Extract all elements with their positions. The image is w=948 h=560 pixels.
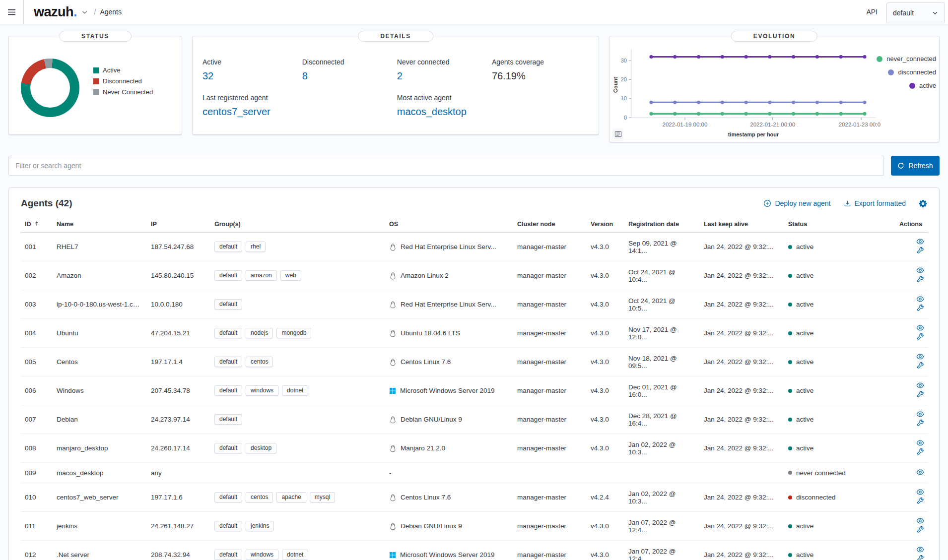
table-row[interactable]: 010centos7_web_server197.17.1.6defaultce… [21, 483, 928, 512]
group-chip[interactable]: default [214, 328, 242, 338]
svg-text:30: 30 [621, 58, 627, 63]
configure-agent-wrench-icon[interactable] [917, 526, 924, 534]
table-row[interactable]: 009macos_desktopany-never connected [21, 463, 928, 483]
column-header-registration[interactable]: Registration date [624, 217, 700, 233]
cell-version: v4.3.0 [587, 434, 624, 463]
column-header-version[interactable]: Version [587, 217, 624, 233]
view-agent-eye-icon[interactable] [916, 410, 924, 418]
configure-agent-wrench-icon[interactable] [917, 362, 924, 370]
group-chip[interactable]: nodejs [246, 328, 273, 338]
last-registered-agent-link[interactable]: centos7_server [203, 106, 302, 118]
deploy-new-agent-button[interactable]: Deploy new agent [763, 199, 830, 207]
stat-label: Agents coverage [492, 58, 587, 66]
menu-hamburger-icon[interactable] [0, 0, 24, 24]
group-chip[interactable]: windows [246, 550, 278, 560]
view-agent-eye-icon[interactable] [916, 238, 924, 246]
group-chip[interactable]: default [214, 414, 242, 425]
group-chip[interactable]: rhel [246, 242, 266, 252]
view-agent-eye-icon[interactable] [916, 439, 924, 447]
wazuh-logo[interactable]: wazuh. [34, 4, 88, 20]
cell-registration-date: Jan 02, 2022 @ 10:3... [624, 434, 700, 463]
column-header-status[interactable]: Status [784, 217, 895, 233]
group-chip[interactable]: desktop [246, 443, 276, 453]
export-formatted-button[interactable]: Export formatted [844, 199, 906, 207]
configure-agent-wrench-icon[interactable] [917, 305, 924, 312]
refresh-button[interactable]: Refresh [891, 156, 940, 176]
group-chip[interactable]: apache [276, 492, 306, 502]
breadcrumb[interactable]: Agents [100, 8, 122, 16]
configure-agent-wrench-icon[interactable] [917, 498, 924, 505]
table-row[interactable]: 003ip-10-0-0-180.us-west-1.comput...10.0… [21, 290, 928, 319]
group-chip[interactable]: mongodb [276, 328, 311, 338]
view-agent-eye-icon[interactable] [916, 488, 924, 496]
cell-os: Microsoft Windows Server 2019 [385, 541, 513, 560]
table-row[interactable]: 006Windows207.45.34.78defaultwindowsdotn… [21, 376, 928, 405]
group-chip[interactable]: default [214, 357, 242, 367]
api-select[interactable]: default [886, 2, 945, 23]
group-chip[interactable]: default [214, 299, 242, 310]
group-chip[interactable]: mysql [310, 492, 335, 502]
cell-groups: defaultwindowsdotnet [210, 376, 385, 405]
group-chip[interactable]: default [214, 242, 242, 252]
evolution-legend-item[interactable]: active [909, 82, 936, 89]
most-active-agent-link[interactable]: macos_desktop [397, 106, 492, 118]
group-chip[interactable]: dotnet [282, 385, 308, 396]
configure-agent-wrench-icon[interactable] [917, 448, 924, 456]
evolution-legend-item[interactable]: disconnected [888, 68, 936, 76]
group-chip[interactable]: windows [246, 385, 278, 396]
column-header-keepalive[interactable]: Last keep alive [700, 217, 784, 233]
group-chip[interactable]: jenkins [246, 521, 274, 531]
column-header-cluster[interactable]: Cluster node [513, 217, 587, 233]
column-header-name[interactable]: Name [53, 217, 147, 233]
group-chip[interactable]: default [214, 550, 242, 560]
configure-agent-wrench-icon[interactable] [917, 276, 924, 283]
cell-registration-date: Jan 07, 2022 @ 12:4... [624, 541, 700, 560]
configure-agent-wrench-icon[interactable] [917, 555, 924, 560]
configure-agent-wrench-icon[interactable] [917, 420, 924, 427]
table-row[interactable]: 002Amazon145.80.240.15defaultamazonwebAm… [21, 261, 928, 290]
group-chip[interactable]: dotnet [282, 550, 308, 560]
table-settings-gear-icon[interactable] [919, 199, 927, 208]
group-chip[interactable]: default [214, 270, 242, 281]
view-agent-eye-icon[interactable] [916, 517, 924, 525]
agent-search-input[interactable] [8, 156, 884, 176]
cell-cluster-node [513, 463, 587, 483]
group-chip[interactable]: amazon [246, 270, 277, 281]
inspect-chart-button[interactable] [612, 128, 623, 139]
table-row[interactable]: 011jenkins24.261.148.27defaultjenkinsDeb… [21, 512, 928, 541]
column-header-os[interactable]: OS [385, 217, 513, 233]
chevron-down-icon[interactable] [81, 8, 88, 16]
group-chip[interactable]: default [214, 492, 242, 502]
group-chip[interactable]: default [214, 521, 242, 531]
view-agent-eye-icon[interactable] [916, 295, 924, 303]
table-row[interactable]: 007Debian24.273.97.14defaultDebian GNU/L… [21, 405, 928, 434]
column-header-groups[interactable]: Group(s) [210, 217, 385, 233]
column-header-ip[interactable]: IP [147, 217, 210, 233]
configure-agent-wrench-icon[interactable] [917, 391, 924, 398]
svg-text:timestamp per hour: timestamp per hour [728, 131, 779, 137]
column-header-id[interactable]: ID [21, 217, 53, 233]
table-row[interactable]: 004Ubuntu47.204.15.21defaultnodejsmongod… [21, 319, 928, 348]
group-chip[interactable]: default [214, 443, 242, 453]
table-row[interactable]: 005Centos197.17.1.4defaultcentosCentos L… [21, 348, 928, 376]
os-name: Centos Linux 7.6 [401, 494, 451, 501]
table-row[interactable]: 012.Net server208.74.32.94defaultwindows… [21, 541, 928, 560]
evolution-legend-item[interactable]: never_connected [877, 55, 936, 62]
group-chip[interactable]: centos [246, 492, 273, 502]
configure-agent-wrench-icon[interactable] [917, 333, 924, 341]
view-agent-eye-icon[interactable] [916, 266, 924, 274]
group-chip[interactable]: default [214, 385, 242, 396]
table-row[interactable]: 008manjaro_desktop24.260.17.14defaultdes… [21, 434, 928, 463]
configure-agent-wrench-icon[interactable] [917, 247, 924, 254]
view-agent-eye-icon[interactable] [916, 353, 924, 361]
view-agent-eye-icon[interactable] [916, 381, 924, 389]
group-chip[interactable]: web [280, 270, 301, 281]
group-chip[interactable]: centos [246, 357, 273, 367]
cell-os: Debian GNU/Linux 9 [385, 512, 513, 541]
view-agent-eye-icon[interactable] [916, 468, 924, 476]
view-agent-eye-icon[interactable] [916, 546, 924, 554]
cell-groups: defaultrhel [210, 233, 385, 261]
legend-label: disconnected [898, 68, 936, 76]
view-agent-eye-icon[interactable] [916, 324, 924, 332]
table-row[interactable]: 001RHEL7187.54.247.68defaultrhelRed Hat … [21, 233, 928, 261]
